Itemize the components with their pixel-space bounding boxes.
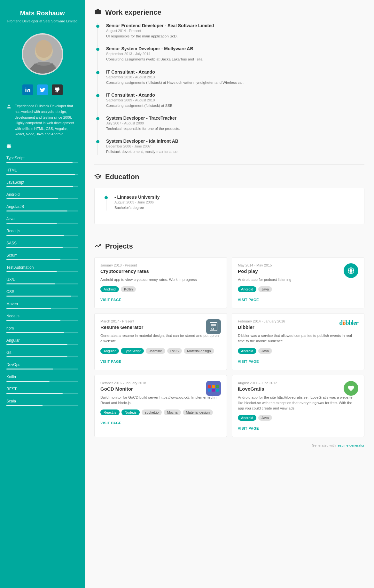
project-visit-link[interactable]: VISIT PAGE (100, 360, 121, 363)
bio-text: Experienced Fullstack Developer that has… (15, 103, 78, 137)
skill-item: Angular (6, 338, 78, 345)
skill-item: Git (6, 350, 78, 357)
sidebar-header: Mats Roshauw Frontend Developer at Seal … (1, 0, 84, 28)
skill-item: Kotlin (6, 375, 78, 382)
profile-subtitle: Frontend Developer at Seal Software Limi… (7, 19, 78, 24)
skill-bar-bg (6, 271, 78, 272)
timeline-dot (96, 140, 99, 143)
edu-timeline-item: - Linnaeus University August 2003 - June… (114, 195, 356, 211)
skill-item: Scrum (6, 253, 78, 260)
education-timeline: - Linnaeus University August 2003 - June… (106, 195, 356, 211)
github-icon[interactable] (52, 84, 63, 95)
work-timeline-item: System Developer - TraceTracker July 200… (106, 115, 364, 131)
project-visit-link[interactable]: VISIT PAGE (238, 426, 259, 430)
project-visit-link[interactable]: VISIT PAGE (238, 298, 259, 302)
work-icon (94, 8, 101, 17)
skill-item: CSS (6, 290, 78, 297)
skill-item: HTML (6, 168, 78, 175)
footer-text: Generated with (312, 443, 337, 447)
edu-date: August 2003 - June 2006 (114, 200, 356, 204)
timeline-dot (96, 94, 99, 97)
skill-name: AngularJS (6, 204, 78, 209)
twitter-icon[interactable] (37, 84, 48, 95)
skill-bar-fill (6, 174, 75, 175)
skill-item: SASS (6, 241, 78, 248)
skill-bar-fill (6, 369, 53, 369)
svg-point-2 (35, 40, 52, 58)
skill-bar-bg (6, 235, 78, 236)
project-name: Cryptocurrency rates (100, 268, 221, 274)
skills-list: TypeScript HTML JavaScript Android Angul… (6, 156, 78, 406)
footer: Generated with resume generator (94, 443, 364, 447)
project-tag: Android (238, 348, 256, 354)
skill-bar-bg (6, 344, 78, 345)
skill-name: UX/UI (6, 277, 78, 282)
svg-rect-5 (95, 10, 101, 14)
work-timeline-item: IT Consultant - Acando September 2009 - … (106, 92, 364, 108)
work-date: August 2014 - Present (106, 29, 364, 33)
work-section-header: Work experience (94, 8, 364, 17)
project-tag: TypeScript (121, 348, 144, 354)
project-visit-link[interactable]: VISIT PAGE (100, 421, 121, 425)
skill-bar-fill (6, 344, 67, 345)
project-card: March 2017 - Present Resume Generator Ge… (94, 313, 227, 370)
skill-bar-fill (6, 235, 64, 236)
project-desc: Android app for the site http://ilovegra… (238, 395, 358, 411)
main-content: Work experience Senior Frontend Develope… (85, 0, 374, 588)
skill-bar-fill (6, 198, 58, 199)
skill-item: AngularJS (6, 204, 78, 211)
project-tags: AndroidKotlin (100, 286, 221, 292)
projects-section-header: Projects (94, 242, 364, 251)
project-card: February 2014 - January 2016 Dibbler döb… (232, 313, 364, 370)
project-tag: Material design (184, 348, 214, 354)
skill-bar-fill (6, 296, 71, 297)
project-tag: Android (100, 286, 119, 292)
projects-section-title: Projects (105, 242, 133, 250)
skill-bar-fill (6, 283, 55, 284)
project-tag: Kotlin (121, 286, 136, 292)
project-date: August 2011 - June 2012 (238, 381, 358, 385)
project-date: March 2017 - Present (100, 319, 221, 323)
project-tags: AngularTypeScriptJasmineRxJSMaterial des… (100, 348, 221, 354)
skill-bar-bg (6, 393, 78, 394)
work-date: September 2009 - August 2010 (106, 98, 364, 102)
person-icon (6, 104, 12, 110)
work-date: September 2010 - August 2013 (106, 75, 364, 79)
project-desc: Generates a resume in material design, t… (100, 333, 221, 344)
project-tag: Android (238, 286, 256, 292)
education-icon (94, 173, 101, 181)
skill-name: Angular (6, 338, 78, 343)
project-visit-link[interactable]: VISIT PAGE (100, 298, 121, 302)
work-title: System Developer - TraceTracker (106, 115, 364, 121)
work-timeline-item: Senior System Developer - Mollyware AB S… (106, 46, 364, 62)
project-date: October 2016 - January 2018 (100, 381, 221, 385)
work-title: Senior Frontend Developer - Seal Softwar… (106, 23, 364, 28)
skill-bar-bg (6, 332, 78, 333)
work-desc: UI responsible for the main application … (106, 34, 364, 39)
project-name: Pod play (238, 268, 358, 274)
skill-name: Git (6, 350, 78, 355)
project-icon (344, 263, 358, 278)
work-desc: Fullstack development, mostly maintenanc… (106, 149, 364, 155)
skill-bar-bg (6, 356, 78, 357)
skill-name: Maven (6, 302, 78, 306)
project-visit-link[interactable]: VISIT PAGE (238, 360, 259, 363)
skill-bar-fill (6, 271, 57, 272)
skill-bar-bg (6, 405, 78, 406)
skill-bar-fill (6, 186, 73, 187)
skill-bar-bg (6, 211, 78, 211)
project-icon (344, 381, 358, 396)
skill-bar-fill (6, 223, 57, 224)
linkedin-icon[interactable] (22, 84, 33, 95)
skill-name: React.js (6, 229, 78, 233)
skill-item: Maven (6, 302, 78, 309)
skill-bar-bg (6, 162, 78, 163)
project-card: May 2014 - May 2015 Pod play Android app… (232, 257, 364, 308)
skill-bar-fill (6, 259, 60, 260)
work-desc: Consulting assignments (fullstack) at Ha… (106, 80, 364, 85)
skill-name: Node.js (6, 314, 78, 318)
gocd-icon (206, 381, 221, 396)
footer-link[interactable]: resume generator (337, 443, 364, 447)
project-tags: AndroidJava (238, 286, 358, 292)
skill-bar-fill (6, 405, 43, 406)
